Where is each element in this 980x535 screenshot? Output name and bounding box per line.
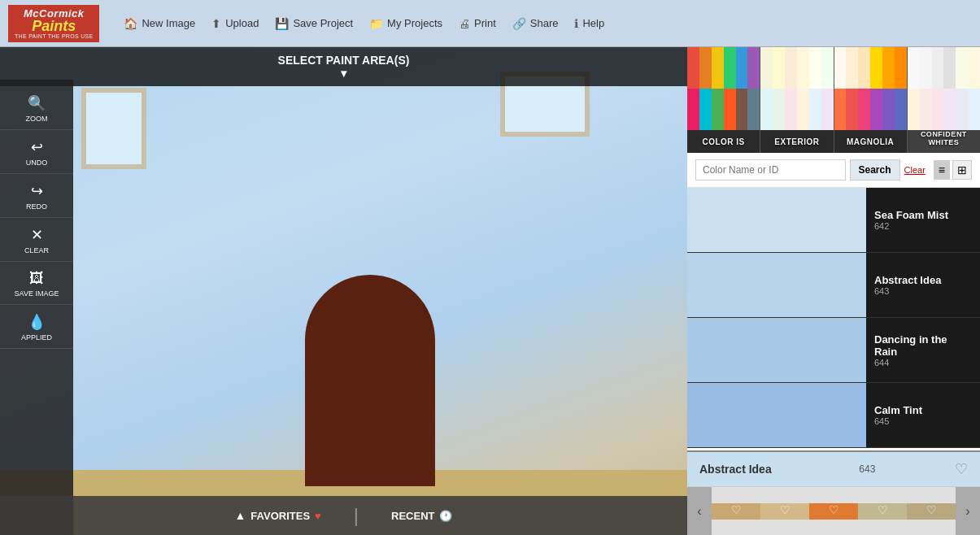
coord-heart-5[interactable]: ♡	[926, 503, 937, 516]
confident-whites-swatches	[908, 47, 980, 130]
logo-tagline: THE PAINT THE PROS USE	[15, 33, 93, 39]
color-name-643: Abstract Idea	[874, 274, 972, 286]
color-item-643[interactable]: Abstract Idea 643	[687, 253, 980, 318]
favorite-heart-icon[interactable]: ♡	[955, 460, 968, 478]
main-layout: SELECT PAINT AREA(S) ▾ 🔍 ZOOM ↩ UNDO ↪	[0, 47, 980, 535]
zoom-icon: 🔍	[28, 94, 46, 112]
color-list: Sea Foam Mist 642 Abstract Idea 643 Danc…	[687, 188, 980, 450]
color-id-643: 643	[874, 286, 972, 296]
share-icon: 🔗	[512, 17, 526, 30]
nav-my-projects[interactable]: 📁 My Projects	[369, 17, 442, 30]
coord-prev-arrow[interactable]: ‹	[687, 487, 712, 535]
magnolia-swatches	[834, 47, 907, 130]
selected-color-banner: Abstract Idea 643 ♡	[687, 450, 980, 486]
color-id-645: 645	[874, 416, 972, 426]
coord-heart-2[interactable]: ♡	[780, 503, 791, 516]
redo-tool[interactable]: ↪ REDO	[0, 176, 73, 218]
coord-middle: Coordinating Colors ♡ ♡ ♡ ♡ ♡	[712, 503, 956, 520]
paint-area-label: SELECT PAINT AREA(S) ▾	[0, 47, 687, 86]
applied-tool[interactable]: 💧 APPLIED	[0, 307, 73, 349]
color-info-643: Abstract Idea 643	[866, 253, 980, 317]
image-icon: 🖼	[29, 270, 44, 287]
save-image-tool[interactable]: 🖼 SAVE IMAGE	[0, 263, 73, 305]
view-icons: ≡ ⊞	[934, 160, 972, 180]
room-window-left	[81, 88, 146, 169]
color-name-645: Calm Tint	[874, 404, 972, 416]
selected-color-id: 643	[859, 463, 875, 475]
logo-paints-text: Paints	[32, 19, 76, 33]
color-name-642: Sea Foam Mist	[874, 209, 972, 221]
undo-tool[interactable]: ↩ UNDO	[0, 132, 73, 174]
nav-upload[interactable]: ⬆ Upload	[211, 17, 259, 30]
room-scene	[0, 47, 687, 535]
clock-icon: 🕐	[439, 510, 452, 522]
color-info-644: Dancing in the Rain 644	[866, 318, 980, 382]
chevron-down-icon: ▾	[8, 67, 679, 80]
recent-button[interactable]: RECENT 🕐	[391, 510, 452, 522]
color-info-642: Sea Foam Mist 642	[866, 188, 980, 252]
coord-heart-1[interactable]: ♡	[731, 503, 742, 516]
up-chevron-icon: ▲	[235, 509, 246, 522]
exterior-swatches	[760, 47, 833, 130]
search-bar: Search Clear ≡ ⊞	[687, 153, 980, 188]
clear-tool[interactable]: ✕ CLEAR	[0, 220, 73, 262]
tab-magnolia[interactable]: MAGNOLIA	[834, 47, 908, 153]
selected-color-name: Abstract Idea	[699, 463, 772, 476]
grid-view-button[interactable]: ⊞	[952, 160, 972, 180]
tab-confident-whites-label: CONFIDENTWHITES	[921, 130, 967, 146]
color-id-644: 644	[874, 358, 972, 368]
color-swatch-645	[687, 383, 866, 447]
color-item-642[interactable]: Sea Foam Mist 642	[687, 188, 980, 253]
upload-icon: ⬆	[211, 17, 221, 30]
right-panel: COLOR IS EXTERIOR	[687, 47, 980, 535]
color-swatch-643	[687, 253, 866, 317]
toolbar: 🔍 ZOOM ↩ UNDO ↪ REDO ✕ CLEAR 🖼 SAVE IMAG…	[0, 80, 73, 535]
collection-tabs: COLOR IS EXTERIOR	[687, 47, 980, 153]
clear-link[interactable]: Clear	[904, 165, 926, 175]
bottom-bar: ▲ FAVORITES ♥ | RECENT 🕐	[0, 496, 687, 535]
coord-color-5[interactable]: ♡	[907, 503, 956, 520]
applied-icon: 💧	[28, 313, 46, 331]
coord-heart-4[interactable]: ♡	[878, 503, 888, 516]
coord-next-arrow[interactable]: ›	[956, 487, 980, 535]
info-icon: ℹ	[574, 17, 578, 30]
coord-color-2[interactable]: ♡	[760, 503, 809, 520]
color-item-644[interactable]: Dancing in the Rain 644	[687, 318, 980, 383]
coordinating-colors-section: ‹ Coordinating Colors ♡ ♡ ♡ ♡	[687, 486, 980, 535]
top-navigation: McCormick Paints THE PAINT THE PROS USE …	[0, 0, 980, 47]
coord-color-1[interactable]: ♡	[712, 503, 760, 520]
clear-icon: ✕	[31, 226, 43, 244]
coord-color-list: ♡ ♡ ♡ ♡ ♡	[712, 503, 956, 520]
left-panel: SELECT PAINT AREA(S) ▾ 🔍 ZOOM ↩ UNDO ↪	[0, 47, 687, 535]
coord-color-4[interactable]: ♡	[858, 503, 907, 520]
color-swatch-644	[687, 318, 866, 382]
print-icon: 🖨	[459, 17, 470, 30]
search-button[interactable]: Search	[850, 159, 900, 181]
room-door	[305, 275, 435, 486]
nav-items: 🏠 New Image ⬆ Upload 💾 Save Project 📁 My…	[124, 17, 604, 30]
nav-share[interactable]: 🔗 Share	[512, 17, 559, 30]
nav-print[interactable]: 🖨 Print	[459, 17, 496, 30]
color-item-645[interactable]: Calm Tint 645	[687, 383, 980, 448]
tab-confident-whites[interactable]: CONFIDENTWHITES	[908, 47, 980, 153]
nav-save-project[interactable]: 💾 Save Project	[275, 17, 353, 30]
color-name-644: Dancing in the Rain	[874, 333, 972, 358]
folder-icon: 📁	[369, 17, 383, 30]
search-input[interactable]	[695, 159, 846, 181]
redo-icon: ↪	[31, 182, 43, 200]
nav-new-image[interactable]: 🏠 New Image	[124, 17, 195, 30]
logo[interactable]: McCormick Paints THE PAINT THE PROS USE	[8, 5, 99, 42]
tab-exterior[interactable]: EXTERIOR	[760, 47, 834, 153]
undo-icon: ↩	[31, 138, 43, 156]
favorites-button[interactable]: ▲ FAVORITES ♥	[235, 509, 321, 522]
tab-color-is[interactable]: COLOR IS	[687, 47, 760, 153]
zoom-tool[interactable]: 🔍 ZOOM	[0, 88, 73, 130]
coord-heart-3[interactable]: ♡	[829, 503, 839, 516]
nav-help[interactable]: ℹ Help	[574, 17, 604, 30]
color-swatch-642	[687, 188, 866, 252]
coord-color-3[interactable]: ♡	[809, 503, 858, 520]
divider: |	[354, 504, 359, 527]
home-icon: 🏠	[124, 17, 137, 30]
color-id-642: 642	[874, 221, 972, 231]
list-view-button[interactable]: ≡	[934, 160, 950, 180]
